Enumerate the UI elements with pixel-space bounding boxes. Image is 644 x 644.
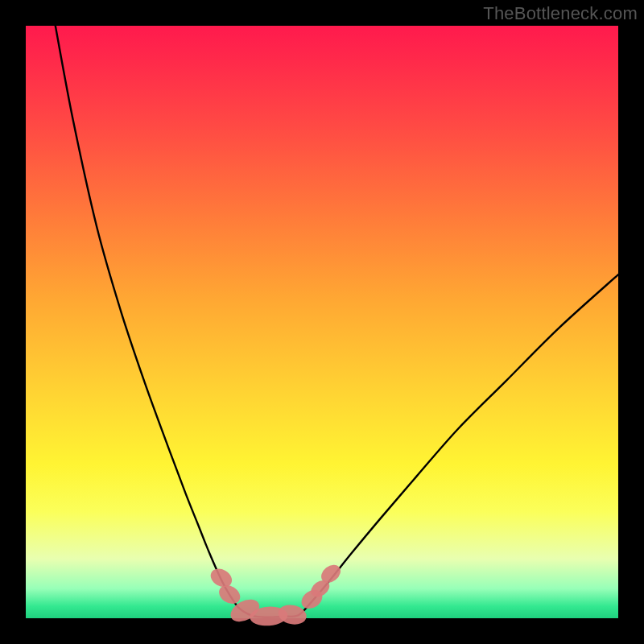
bottleneck-curve [56,26,618,617]
curve-layer [26,26,618,618]
plot-area [26,26,618,618]
watermark-text: TheBottleneck.com [483,3,638,24]
chart-frame: TheBottleneck.com [0,0,644,644]
